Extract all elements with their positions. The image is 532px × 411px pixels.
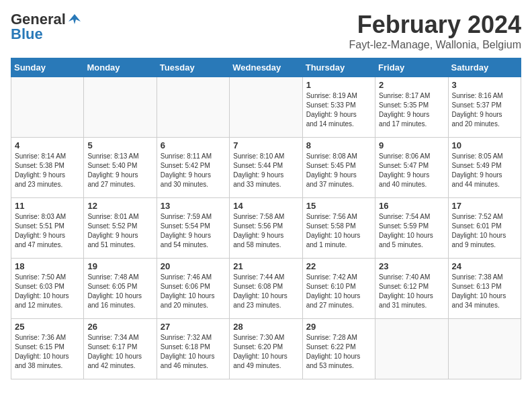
- day-of-week-header: Saturday: [448, 58, 521, 77]
- calendar-day-cell: 11Sunrise: 8:03 AM Sunset: 5:51 PM Dayli…: [11, 198, 84, 259]
- day-info: Sunrise: 8:17 AM Sunset: 5:35 PM Dayligh…: [379, 91, 444, 129]
- day-info: Sunrise: 7:54 AM Sunset: 5:59 PM Dayligh…: [379, 212, 444, 250]
- day-info: Sunrise: 7:46 AM Sunset: 6:06 PM Dayligh…: [161, 273, 226, 310]
- calendar-day-cell: 27Sunrise: 7:32 AM Sunset: 6:18 PM Dayli…: [157, 319, 229, 379]
- day-info: Sunrise: 7:38 AM Sunset: 6:13 PM Dayligh…: [452, 273, 517, 310]
- day-number: 23: [379, 261, 444, 271]
- calendar-day-cell: 13Sunrise: 7:59 AM Sunset: 5:54 PM Dayli…: [157, 198, 229, 259]
- day-number: 22: [306, 261, 371, 271]
- day-number: 16: [379, 201, 444, 211]
- calendar-day-cell: 3Sunrise: 8:16 AM Sunset: 5:37 PM Daylig…: [448, 77, 521, 138]
- day-of-week-header: Wednesday: [230, 58, 302, 77]
- day-info: Sunrise: 7:59 AM Sunset: 5:54 PM Dayligh…: [161, 212, 226, 250]
- day-number: 13: [161, 201, 226, 211]
- day-number: 20: [161, 261, 226, 271]
- day-info: Sunrise: 7:44 AM Sunset: 6:08 PM Dayligh…: [233, 273, 298, 310]
- day-number: 25: [15, 322, 80, 332]
- day-number: 2: [379, 80, 444, 90]
- calendar-day-cell: 2Sunrise: 8:17 AM Sunset: 5:35 PM Daylig…: [375, 77, 448, 138]
- day-number: 4: [15, 140, 80, 150]
- day-info: Sunrise: 8:11 AM Sunset: 5:42 PM Dayligh…: [161, 152, 226, 189]
- day-info: Sunrise: 7:50 AM Sunset: 6:03 PM Dayligh…: [15, 273, 80, 310]
- calendar-day-cell: 1Sunrise: 8:19 AM Sunset: 5:33 PM Daylig…: [302, 77, 375, 138]
- day-info: Sunrise: 8:08 AM Sunset: 5:45 PM Dayligh…: [306, 152, 371, 189]
- day-of-week-header: Tuesday: [157, 58, 229, 77]
- calendar-header-row: SundayMondayTuesdayWednesdayThursdayFrid…: [11, 58, 521, 77]
- day-of-week-header: Monday: [84, 58, 157, 77]
- calendar-day-cell: 14Sunrise: 7:58 AM Sunset: 5:56 PM Dayli…: [230, 198, 302, 259]
- day-number: 28: [233, 322, 298, 332]
- day-info: Sunrise: 7:28 AM Sunset: 6:22 PM Dayligh…: [306, 333, 371, 371]
- day-info: Sunrise: 7:32 AM Sunset: 6:18 PM Dayligh…: [161, 333, 226, 371]
- day-number: 12: [87, 201, 152, 211]
- calendar-day-cell: 25Sunrise: 7:36 AM Sunset: 6:15 PM Dayli…: [11, 319, 84, 379]
- day-number: 21: [233, 261, 298, 271]
- calendar-table: SundayMondayTuesdayWednesdayThursdayFrid…: [11, 58, 521, 379]
- calendar-day-cell: 28Sunrise: 7:30 AM Sunset: 6:20 PM Dayli…: [230, 319, 302, 379]
- day-info: Sunrise: 8:03 AM Sunset: 5:51 PM Dayligh…: [15, 212, 80, 250]
- calendar-day-cell: [375, 319, 448, 379]
- calendar-week-row: 4Sunrise: 8:14 AM Sunset: 5:38 PM Daylig…: [11, 138, 521, 198]
- day-info: Sunrise: 8:06 AM Sunset: 5:47 PM Dayligh…: [379, 152, 444, 189]
- logo: General Blue: [11, 11, 82, 43]
- calendar-day-cell: 8Sunrise: 8:08 AM Sunset: 5:45 PM Daylig…: [302, 138, 375, 198]
- day-info: Sunrise: 8:19 AM Sunset: 5:33 PM Dayligh…: [306, 91, 371, 129]
- calendar-day-cell: 5Sunrise: 8:13 AM Sunset: 5:40 PM Daylig…: [84, 138, 157, 198]
- calendar-day-cell: 18Sunrise: 7:50 AM Sunset: 6:03 PM Dayli…: [11, 259, 84, 319]
- calendar-title: February 2024: [349, 11, 521, 39]
- day-info: Sunrise: 8:13 AM Sunset: 5:40 PM Dayligh…: [87, 152, 152, 189]
- calendar-day-cell: [11, 77, 84, 138]
- calendar-week-row: 1Sunrise: 8:19 AM Sunset: 5:33 PM Daylig…: [11, 77, 521, 138]
- day-info: Sunrise: 8:14 AM Sunset: 5:38 PM Dayligh…: [15, 152, 80, 189]
- day-info: Sunrise: 8:16 AM Sunset: 5:37 PM Dayligh…: [452, 91, 517, 129]
- day-number: 6: [161, 140, 226, 150]
- day-number: 29: [306, 322, 371, 332]
- calendar-day-cell: [230, 77, 302, 138]
- calendar-day-cell: 29Sunrise: 7:28 AM Sunset: 6:22 PM Dayli…: [302, 319, 375, 379]
- day-number: 3: [452, 80, 517, 90]
- calendar-day-cell: 21Sunrise: 7:44 AM Sunset: 6:08 PM Dayli…: [230, 259, 302, 319]
- calendar-day-cell: 24Sunrise: 7:38 AM Sunset: 6:13 PM Dayli…: [448, 259, 521, 319]
- header: General Blue February 2024 Fayt-lez-Mana…: [11, 11, 521, 51]
- calendar-day-cell: 12Sunrise: 8:01 AM Sunset: 5:52 PM Dayli…: [84, 198, 157, 259]
- day-number: 7: [233, 140, 298, 150]
- calendar-day-cell: 6Sunrise: 8:11 AM Sunset: 5:42 PM Daylig…: [157, 138, 229, 198]
- day-number: 27: [161, 322, 226, 332]
- day-number: 15: [306, 201, 371, 211]
- day-info: Sunrise: 7:58 AM Sunset: 5:56 PM Dayligh…: [233, 212, 298, 250]
- day-number: 5: [87, 140, 152, 150]
- day-number: 17: [452, 201, 517, 211]
- logo-bird-icon: [67, 12, 82, 27]
- day-of-week-header: Friday: [375, 58, 448, 77]
- calendar-day-cell: [157, 77, 229, 138]
- day-of-week-header: Thursday: [302, 58, 375, 77]
- calendar-week-row: 18Sunrise: 7:50 AM Sunset: 6:03 PM Dayli…: [11, 259, 521, 319]
- logo-blue-text: Blue: [11, 26, 43, 43]
- day-number: 10: [452, 140, 517, 150]
- day-info: Sunrise: 7:48 AM Sunset: 6:05 PM Dayligh…: [87, 273, 152, 310]
- day-number: 18: [15, 261, 80, 271]
- title-section: February 2024 Fayt-lez-Manage, Wallonia,…: [349, 11, 521, 51]
- calendar-day-cell: 15Sunrise: 7:56 AM Sunset: 5:58 PM Dayli…: [302, 198, 375, 259]
- day-number: 19: [87, 261, 152, 271]
- day-info: Sunrise: 7:40 AM Sunset: 6:12 PM Dayligh…: [379, 273, 444, 310]
- calendar-day-cell: 4Sunrise: 8:14 AM Sunset: 5:38 PM Daylig…: [11, 138, 84, 198]
- calendar-day-cell: 17Sunrise: 7:52 AM Sunset: 6:01 PM Dayli…: [448, 198, 521, 259]
- calendar-day-cell: 19Sunrise: 7:48 AM Sunset: 6:05 PM Dayli…: [84, 259, 157, 319]
- day-number: 1: [306, 80, 371, 90]
- calendar-day-cell: 7Sunrise: 8:10 AM Sunset: 5:44 PM Daylig…: [230, 138, 302, 198]
- calendar-week-row: 11Sunrise: 8:03 AM Sunset: 5:51 PM Dayli…: [11, 198, 521, 259]
- calendar-day-cell: 26Sunrise: 7:34 AM Sunset: 6:17 PM Dayli…: [84, 319, 157, 379]
- calendar-subtitle: Fayt-lez-Manage, Wallonia, Belgium: [349, 39, 521, 51]
- calendar-day-cell: [448, 319, 521, 379]
- calendar-day-cell: 22Sunrise: 7:42 AM Sunset: 6:10 PM Dayli…: [302, 259, 375, 319]
- day-number: 26: [87, 322, 152, 332]
- day-info: Sunrise: 7:36 AM Sunset: 6:15 PM Dayligh…: [15, 333, 80, 371]
- svg-marker-0: [69, 14, 81, 24]
- day-of-week-header: Sunday: [11, 58, 84, 77]
- calendar-day-cell: 20Sunrise: 7:46 AM Sunset: 6:06 PM Dayli…: [157, 259, 229, 319]
- day-info: Sunrise: 8:10 AM Sunset: 5:44 PM Dayligh…: [233, 152, 298, 189]
- day-info: Sunrise: 8:05 AM Sunset: 5:49 PM Dayligh…: [452, 152, 517, 189]
- day-info: Sunrise: 7:52 AM Sunset: 6:01 PM Dayligh…: [452, 212, 517, 250]
- day-number: 9: [379, 140, 444, 150]
